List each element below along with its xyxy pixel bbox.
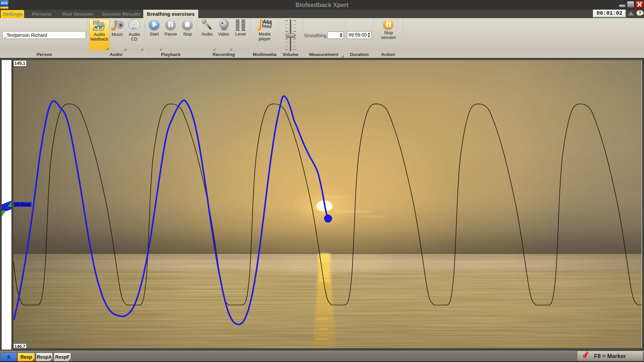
svg-text:?: ? bbox=[639, 10, 641, 15]
svg-text:disc: disc bbox=[131, 27, 137, 30]
